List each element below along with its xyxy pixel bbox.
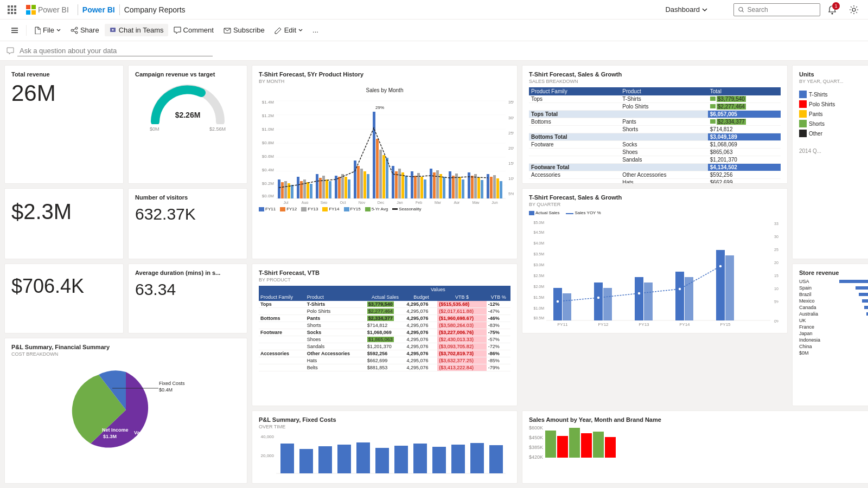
vtb-table: Values Product Family Product Actual Sal… — [259, 286, 510, 371]
subscribe-icon — [224, 27, 231, 34]
svg-rect-1 — [11, 5, 13, 8]
svg-point-22 — [112, 29, 113, 30]
svg-point-153 — [678, 287, 681, 291]
list-item: USA — [799, 278, 868, 285]
list-item: Australia — [799, 311, 868, 317]
svg-text:40,000: 40,000 — [261, 434, 275, 439]
svg-rect-60 — [322, 176, 325, 198]
svg-rect-177 — [394, 446, 408, 473]
file-button[interactable]: File — [30, 24, 65, 36]
svg-text:10%: 10% — [508, 176, 514, 181]
sg-title: T-Shirt Forecast, Sales & Growth — [529, 194, 781, 201]
tile-total-revenue: Total revenue 26M — [4, 65, 124, 184]
notifications-button[interactable]: 1 — [822, 0, 842, 20]
file-label: File — [43, 26, 54, 34]
svg-point-154 — [719, 265, 722, 268]
legend-pants-color — [799, 110, 807, 118]
legend-fy11: FY11 — [259, 207, 276, 211]
vtb-header-values: Values — [366, 286, 510, 293]
sb-title: T-Shirt Forecast, Sales & Growth — [529, 71, 781, 78]
comment-label: Comment — [183, 26, 214, 34]
svg-rect-174 — [337, 445, 351, 473]
qa-input[interactable] — [17, 46, 213, 56]
svg-rect-188 — [605, 437, 616, 458]
svg-text:$0.5M: $0.5M — [534, 316, 545, 320]
table-row: Shorts$714,812 — [529, 126, 781, 133]
svg-text:Jan: Jan — [397, 201, 403, 204]
total-revenue-value: 26M — [11, 82, 117, 105]
svg-rect-51 — [288, 183, 290, 198]
sa-bars-svg — [545, 425, 762, 458]
search-box[interactable] — [733, 3, 820, 16]
svg-text:Variable: Variable — [134, 430, 153, 435]
svg-rect-106 — [496, 178, 499, 198]
share-button[interactable]: Share — [66, 24, 104, 36]
svg-text:$1.5M: $1.5M — [534, 296, 545, 299]
more-label: ... — [312, 26, 318, 34]
more-button[interactable]: ... — [308, 24, 323, 36]
total-revenue-title: Total revenue — [11, 71, 117, 78]
pl-fixed-chart: 40,000 20,000 — [259, 433, 508, 476]
svg-point-16 — [75, 27, 78, 29]
svg-rect-48 — [278, 179, 280, 198]
svg-text:30%: 30% — [508, 115, 514, 120]
svg-text:Net Income: Net Income — [102, 427, 129, 433]
svg-point-18 — [75, 31, 78, 34]
vtb-col-vtbs: VTB $ — [437, 293, 486, 301]
svg-text:FY15: FY15 — [720, 322, 731, 326]
svg-rect-70 — [360, 169, 363, 198]
svg-text:$4.5M: $4.5M — [534, 230, 545, 234]
edit-icon — [275, 27, 282, 34]
svg-point-11 — [832, 12, 833, 14]
hamburger-btn[interactable] — [7, 24, 23, 36]
legend-seas: Seasonality — [392, 207, 421, 211]
table-row: BottomsPants$2,334,377 — [529, 118, 781, 126]
svg-text:$5.0M: $5.0M — [534, 221, 545, 224]
search-input[interactable] — [748, 6, 815, 14]
subscribe-button[interactable]: Subscribe — [219, 24, 269, 36]
svg-line-10 — [742, 10, 744, 12]
vtb-col-family: Product Family — [259, 293, 305, 301]
legend-tshirts-label: T-Shirts — [809, 92, 827, 98]
svg-rect-140 — [553, 288, 562, 320]
vtb-title: T-Shirt Forecast, VTB — [259, 269, 510, 276]
svg-rect-182 — [489, 445, 503, 473]
visitors-title: Number of visitors — [135, 194, 240, 201]
legend-yoy: Sales YOY % — [566, 210, 601, 215]
legend-pants: Pants — [799, 110, 868, 118]
svg-rect-61 — [326, 179, 328, 198]
svg-rect-145 — [644, 282, 653, 320]
settings-button[interactable] — [844, 0, 864, 20]
svg-rect-4 — [11, 9, 13, 11]
legend-polo-label: Polo Shirts — [809, 101, 835, 107]
svg-text:$0.4M: $0.4M — [159, 387, 173, 393]
svg-rect-8 — [14, 12, 16, 14]
svg-rect-144 — [635, 277, 643, 320]
tile-sales-growth-qtr: T-Shirt Forecast, Sales & Growth BY QUAR… — [522, 188, 788, 333]
chat-button[interactable]: Chat in Teams — [105, 24, 168, 36]
svg-text:Mar: Mar — [435, 201, 442, 204]
svg-text:20,000: 20,000 — [261, 453, 275, 458]
dashboard-selector[interactable]: Dashboard — [665, 5, 707, 14]
gauge-labels: $0M $2.56M — [150, 126, 226, 132]
svg-rect-79 — [395, 171, 398, 198]
svg-line-19 — [73, 29, 75, 30]
pl-fixed-subtitle: OVER TIME — [259, 424, 510, 429]
legend-avg: 5-Yr Avg — [365, 207, 388, 211]
sa-content: $600K $450K $385K $420K — [529, 425, 868, 460]
svg-rect-98 — [468, 172, 470, 198]
edit-label: Edit — [284, 26, 296, 34]
tile-avg-cost: $706.4K — [4, 264, 124, 334]
table-row: Hats$662,6994,295,076($3,632,377.25)-85% — [259, 357, 510, 364]
svg-rect-3 — [8, 9, 10, 11]
units-year-label: 2014 Q... — [799, 148, 868, 154]
comment-button[interactable]: Comment — [169, 24, 218, 36]
store-rev-title: Store revenue — [799, 269, 868, 276]
svg-text:$0.4M: $0.4M — [262, 168, 275, 172]
avg-cost-value: $706.4K — [11, 275, 117, 298]
grid-menu-icon[interactable] — [4, 0, 20, 20]
edit-button[interactable]: Edit — [270, 24, 307, 36]
svg-rect-102 — [481, 180, 483, 198]
svg-text:20%: 20% — [774, 261, 778, 265]
svg-line-20 — [73, 31, 75, 32]
